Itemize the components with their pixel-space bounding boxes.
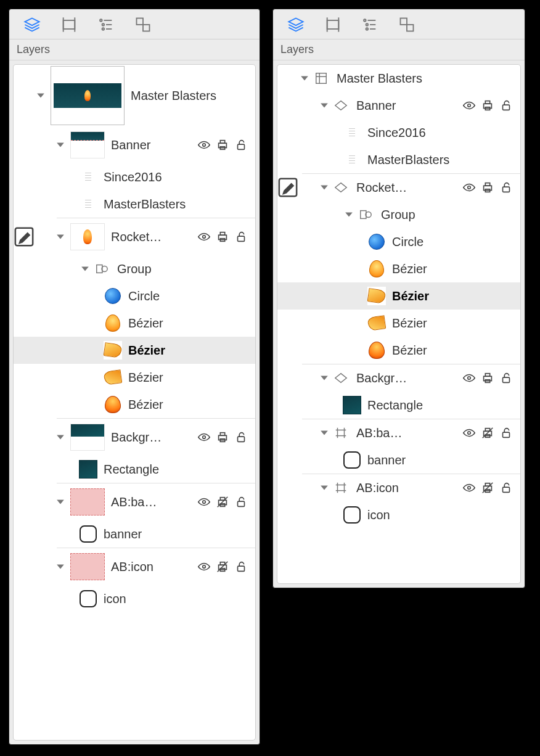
layer-row-rocket[interactable]: Rocket… xyxy=(14,218,255,255)
visibility-toggle[interactable] xyxy=(197,560,211,573)
layer-label[interactable]: Since2016 xyxy=(104,170,252,184)
layer-label[interactable]: banner xyxy=(104,527,252,541)
layer-row-since2016[interactable]: Since2016 xyxy=(277,119,520,146)
layer-row-banner-slice[interactable]: banner xyxy=(277,446,520,474)
disclosure-triangle-icon[interactable] xyxy=(35,89,47,102)
layer-label[interactable]: Circle xyxy=(392,235,517,249)
layer-label[interactable]: AB:ba… xyxy=(111,495,197,509)
layer-label[interactable]: Bézier xyxy=(128,343,252,358)
layer-label[interactable]: Bézier xyxy=(392,262,517,276)
disclosure-triangle-icon[interactable] xyxy=(54,561,67,573)
layer-label[interactable]: Banner xyxy=(111,138,197,152)
layer-row-bezier4[interactable]: Bézier xyxy=(14,391,255,418)
layer-row-masterblasters[interactable]: MasterBlasters xyxy=(277,146,520,173)
layer-label[interactable]: banner xyxy=(367,453,517,467)
layer-row-circle[interactable]: Circle xyxy=(14,282,255,310)
layer-label[interactable]: Since2016 xyxy=(367,126,517,140)
disclosure-triangle-icon[interactable] xyxy=(343,208,355,221)
components-icon[interactable] xyxy=(134,15,152,34)
editing-indicator-icon[interactable] xyxy=(277,177,298,198)
outline-icon[interactable] xyxy=(97,15,115,34)
disclosure-triangle-icon[interactable] xyxy=(298,72,311,84)
layer-row-group[interactable]: Group xyxy=(277,201,520,228)
layer-label[interactable]: Bézier xyxy=(128,316,252,331)
disclosure-triangle-icon[interactable] xyxy=(318,427,330,439)
layer-row-circle[interactable]: Circle xyxy=(277,228,520,255)
disclosure-triangle-icon[interactable] xyxy=(318,372,330,384)
layer-row-master[interactable]: Master Blasters xyxy=(277,65,520,92)
layer-label[interactable]: icon xyxy=(367,508,517,522)
layer-label[interactable]: Master Blasters xyxy=(337,72,517,86)
layer-label[interactable]: Group xyxy=(381,208,517,222)
lock-toggle[interactable] xyxy=(499,481,513,495)
layer-row-bezier4[interactable]: Bézier xyxy=(277,337,520,364)
layers-list[interactable]: Master BlastersBannerSince2016MasterBlas… xyxy=(13,64,256,741)
layer-label[interactable]: Backgr… xyxy=(356,371,462,385)
artboard-icon[interactable] xyxy=(324,15,342,34)
layer-label[interactable]: Master Blasters xyxy=(131,89,252,103)
print-disabled-toggle[interactable] xyxy=(216,495,229,509)
layer-row-since2016[interactable]: Since2016 xyxy=(14,163,255,191)
disclosure-triangle-icon[interactable] xyxy=(54,431,67,443)
layer-row-rocket[interactable]: Rocket… xyxy=(277,174,520,201)
lock-toggle[interactable] xyxy=(234,138,248,152)
visibility-toggle[interactable] xyxy=(462,371,476,385)
layer-label[interactable]: Bézier xyxy=(392,289,517,303)
disclosure-triangle-icon[interactable] xyxy=(54,139,67,151)
layer-row-bezier2[interactable]: Bézier xyxy=(277,282,520,310)
layer-row-banner[interactable]: Banner xyxy=(14,126,255,163)
outline-icon[interactable] xyxy=(361,15,379,34)
layer-label[interactable]: Banner xyxy=(356,99,462,113)
layer-row-icon-slice[interactable]: icon xyxy=(277,501,520,528)
layer-row-abicon[interactable]: AB:icon xyxy=(14,548,255,585)
layer-row-abba[interactable]: AB:ba… xyxy=(277,419,520,446)
lock-toggle[interactable] xyxy=(234,495,248,509)
lock-toggle[interactable] xyxy=(499,426,513,440)
print-toggle[interactable] xyxy=(216,230,229,244)
layer-row-abba[interactable]: AB:ba… xyxy=(14,483,255,520)
lock-toggle[interactable] xyxy=(499,371,513,385)
visibility-toggle[interactable] xyxy=(462,481,476,495)
layer-label[interactable]: Bézier xyxy=(128,398,252,412)
print-disabled-toggle[interactable] xyxy=(481,481,494,495)
layer-row-banner[interactable]: Banner xyxy=(277,92,520,119)
disclosure-triangle-icon[interactable] xyxy=(318,99,330,112)
visibility-toggle[interactable] xyxy=(197,430,211,444)
layer-row-backgr[interactable]: Backgr… xyxy=(277,364,520,392)
layer-label[interactable]: Group xyxy=(117,262,252,276)
layer-label[interactable]: Bézier xyxy=(128,371,252,385)
layer-row-masterblasters[interactable]: MasterBlasters xyxy=(14,191,255,218)
layer-label[interactable]: Rectangle xyxy=(367,398,517,413)
visibility-toggle[interactable] xyxy=(462,99,476,112)
layer-row-abicon[interactable]: AB:icon xyxy=(277,474,520,501)
layer-row-bezier2[interactable]: Bézier xyxy=(14,337,255,364)
layer-row-bezier1[interactable]: Bézier xyxy=(14,310,255,337)
layer-label[interactable]: Rectangle xyxy=(104,462,252,477)
layers-list[interactable]: Master BlastersBannerSince2016MasterBlas… xyxy=(277,64,521,584)
disclosure-triangle-icon[interactable] xyxy=(318,181,330,194)
layer-label[interactable]: MasterBlasters xyxy=(104,197,252,212)
layer-label[interactable]: Bézier xyxy=(392,316,517,331)
print-disabled-toggle[interactable] xyxy=(216,560,229,573)
layer-row-rectangle[interactable]: Rectangle xyxy=(14,456,255,483)
layer-row-bezier3[interactable]: Bézier xyxy=(277,310,520,337)
layer-row-bezier1[interactable]: Bézier xyxy=(277,255,520,282)
visibility-toggle[interactable] xyxy=(462,181,476,194)
layer-label[interactable]: AB:ba… xyxy=(356,426,462,440)
print-toggle[interactable] xyxy=(216,138,229,152)
editing-indicator-icon[interactable] xyxy=(14,226,35,247)
layer-label[interactable]: AB:icon xyxy=(111,560,197,574)
disclosure-triangle-icon[interactable] xyxy=(79,263,91,275)
disclosure-triangle-icon[interactable] xyxy=(54,496,67,508)
lock-toggle[interactable] xyxy=(234,230,248,244)
visibility-toggle[interactable] xyxy=(197,138,211,152)
visibility-toggle[interactable] xyxy=(197,230,211,244)
print-toggle[interactable] xyxy=(481,181,494,194)
layers-icon[interactable] xyxy=(287,15,305,34)
layer-label[interactable]: Bézier xyxy=(392,343,517,358)
layer-label[interactable]: AB:icon xyxy=(356,481,462,495)
layer-label[interactable]: Rocket… xyxy=(356,181,462,195)
layer-row-icon-slice[interactable]: icon xyxy=(14,585,255,612)
layer-label[interactable]: Circle xyxy=(128,289,252,303)
print-toggle[interactable] xyxy=(481,371,494,385)
